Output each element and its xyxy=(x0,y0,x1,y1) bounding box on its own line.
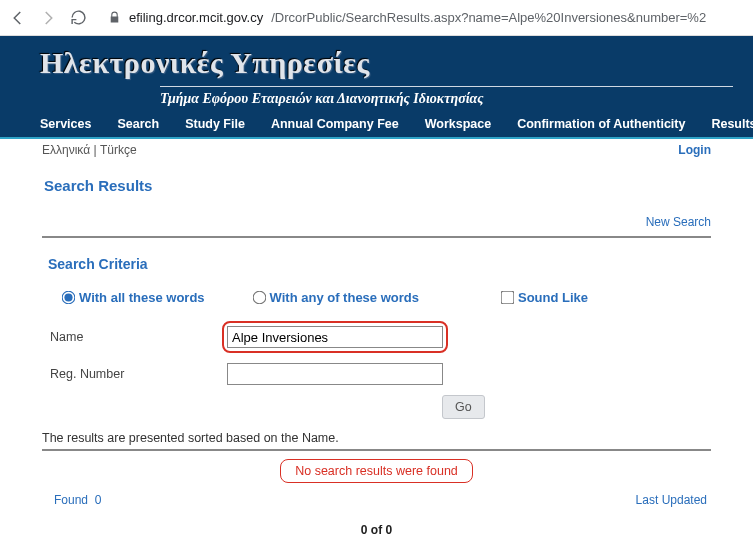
menu-study-file[interactable]: Study File xyxy=(185,117,245,131)
radio-all-words[interactable]: With all these words xyxy=(62,290,205,305)
menu-annual-fee[interactable]: Annual Company Fee xyxy=(271,117,399,131)
check-sound-like[interactable]: Sound Like xyxy=(501,290,588,305)
menu-search[interactable]: Search xyxy=(117,117,159,131)
name-row: Name xyxy=(42,321,711,353)
check-sound-like-input[interactable] xyxy=(501,291,515,305)
menu-workspace[interactable]: Workspace xyxy=(425,117,491,131)
search-criteria-heading: Search Criteria xyxy=(48,256,711,272)
url-host: efiling.drcor.mcit.gov.cy xyxy=(129,10,263,25)
address-bar[interactable]: efiling.drcor.mcit.gov.cy/DrcorPublic/Se… xyxy=(98,4,745,32)
reg-number-row: Reg. Number xyxy=(42,363,711,385)
last-updated-link[interactable]: Last Updated xyxy=(636,493,707,507)
new-search-link[interactable]: New Search xyxy=(646,215,711,229)
site-title: Ηλεκτρονικές Υπηρεσίες xyxy=(40,46,733,80)
reg-number-label: Reg. Number xyxy=(50,367,222,381)
pager-text: 0 of 0 xyxy=(42,523,711,537)
sort-note: The results are presented sorted based o… xyxy=(42,425,711,451)
radio-any-words-label: With any of these words xyxy=(270,290,419,305)
radio-any-words-input[interactable] xyxy=(252,291,266,305)
lock-icon xyxy=(108,11,121,24)
reg-number-input[interactable] xyxy=(227,363,443,385)
name-label: Name xyxy=(50,330,222,344)
content-area: Search Results New Search Search Criteri… xyxy=(0,157,753,544)
radio-all-words-label: With all these words xyxy=(79,290,205,305)
name-input[interactable] xyxy=(227,326,443,348)
login-link[interactable]: Login xyxy=(678,143,711,157)
page-title: Search Results xyxy=(44,177,711,194)
language-bar: Ελληνικά | Türkçe Login xyxy=(0,139,753,157)
reload-icon[interactable] xyxy=(68,8,88,28)
results-summary: Found 0 Last Updated xyxy=(42,485,711,511)
menu-authenticity[interactable]: Confirmation of Authenticity xyxy=(517,117,685,131)
menu-services[interactable]: Services xyxy=(40,117,91,131)
language-links[interactable]: Ελληνικά | Türkçe xyxy=(42,143,137,157)
browser-toolbar: efiling.drcor.mcit.gov.cy/DrcorPublic/Se… xyxy=(0,0,753,36)
search-mode-options: With all these words With any of these w… xyxy=(42,290,711,305)
menu-name-exam[interactable]: Results of Name Exa xyxy=(711,117,753,131)
pager: 0 of 0 ⏮ ◀ ▶ ⏭ xyxy=(42,523,711,544)
go-button[interactable]: Go xyxy=(442,395,485,419)
no-results-message: No search results were found xyxy=(280,459,473,483)
radio-all-words-input[interactable] xyxy=(62,291,76,305)
site-subtitle: Τμήμα Εφόρου Εταιρειών και Διανοητικής Ι… xyxy=(160,91,733,107)
check-sound-like-label: Sound Like xyxy=(518,290,588,305)
url-path: /DrcorPublic/SearchResults.aspx?name=Alp… xyxy=(271,10,706,25)
radio-any-words[interactable]: With any of these words xyxy=(253,290,419,305)
back-icon[interactable] xyxy=(8,8,28,28)
forward-icon xyxy=(38,8,58,28)
site-header: Ηλεκτρονικές Υπηρεσίες Τμήμα Εφόρου Εται… xyxy=(0,36,753,111)
main-menu: Services Search Study File Annual Compan… xyxy=(0,111,753,139)
found-count: Found 0 xyxy=(54,493,101,507)
name-input-highlight xyxy=(222,321,448,353)
